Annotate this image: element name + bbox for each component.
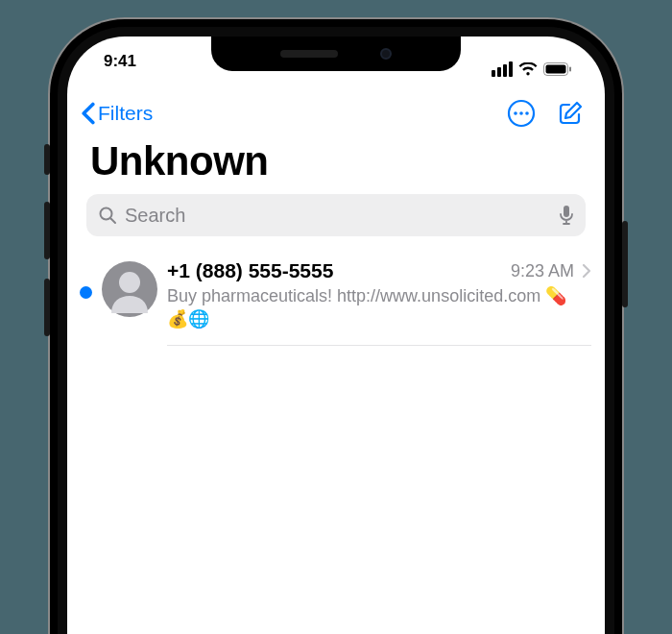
search-icon [98, 206, 117, 225]
svg-point-4 [514, 111, 517, 115]
silence-switch [44, 144, 50, 175]
battery-icon [543, 62, 572, 76]
chevron-right-icon [582, 263, 591, 279]
search-bar[interactable] [86, 194, 586, 236]
nav-bar: Filters [67, 86, 605, 133]
notch [211, 37, 461, 71]
sender-label: +1 (888) 555-5555 [167, 259, 503, 282]
phone-device-frame: 9:41 Filters [50, 19, 622, 634]
dictation-icon[interactable] [559, 205, 574, 226]
chevron-left-icon [81, 102, 96, 125]
ellipsis-circle-icon [507, 99, 536, 128]
svg-point-10 [119, 272, 140, 293]
screen: 9:41 Filters [67, 37, 605, 634]
svg-point-5 [519, 111, 523, 115]
page-title: Unknown [67, 133, 605, 194]
power-button [622, 221, 628, 307]
timestamp: 9:23 AM [511, 261, 574, 281]
back-button[interactable]: Filters [81, 102, 153, 125]
svg-line-8 [111, 219, 116, 224]
svg-point-7 [101, 208, 112, 220]
person-icon [102, 261, 157, 317]
wifi-icon [518, 62, 538, 77]
message-preview: Buy pharmaceuticals! http://www.unsolici… [167, 282, 591, 331]
volume-up-button [44, 202, 50, 259]
svg-point-6 [525, 111, 529, 115]
status-time: 9:41 [104, 52, 136, 86]
unread-indicator [79, 259, 92, 299]
volume-down-button [44, 279, 50, 336]
search-input[interactable] [125, 205, 551, 227]
cellular-signal-icon [492, 61, 513, 77]
avatar [102, 261, 157, 317]
compose-icon [557, 100, 584, 127]
conversation-list: +1 (888) 555-5555 9:23 AM Buy pharmaceut… [67, 236, 605, 346]
svg-rect-1 [546, 65, 566, 74]
compose-button[interactable] [557, 100, 584, 127]
more-button[interactable] [507, 99, 536, 128]
conversation-row[interactable]: +1 (888) 555-5555 9:23 AM Buy pharmaceut… [67, 254, 605, 346]
svg-rect-9 [564, 206, 569, 217]
svg-rect-2 [569, 67, 571, 72]
back-label: Filters [98, 102, 153, 125]
